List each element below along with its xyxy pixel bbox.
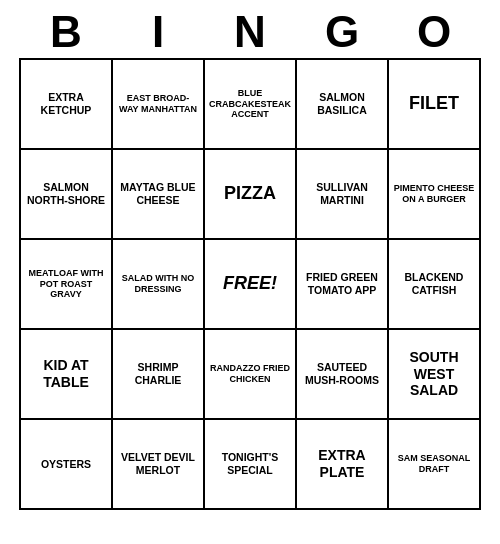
letter-i: I <box>112 10 204 54</box>
cell-3-0: KID AT TABLE <box>21 330 113 420</box>
cell-4-3: EXTRA PLATE <box>297 420 389 510</box>
cell-0-1: EAST BROAD-WAY MANHATTAN <box>113 60 205 150</box>
cell-3-1: SHRIMP CHARLIE <box>113 330 205 420</box>
cell-1-1: MAYTAG BLUE CHEESE <box>113 150 205 240</box>
letter-n: N <box>204 10 296 54</box>
letter-o: O <box>388 10 480 54</box>
cell-2-2: Free! <box>205 240 297 330</box>
cell-2-0: MEATLOAF WITH POT ROAST GRAVY <box>21 240 113 330</box>
cell-4-1: VELVET DEVIL MERLOT <box>113 420 205 510</box>
cell-2-1: SALAD WITH NO DRESSING <box>113 240 205 330</box>
cell-1-4: PIMENTO CHEESE ON A BURGER <box>389 150 481 240</box>
letter-b: B <box>20 10 112 54</box>
cell-3-3: SAUTEED MUSH-ROOMS <box>297 330 389 420</box>
cell-4-4: SAM SEASONAL DRAFT <box>389 420 481 510</box>
letter-g: G <box>296 10 388 54</box>
cell-0-0: EXTRA KETCHUP <box>21 60 113 150</box>
bingo-grid: EXTRA KETCHUPEAST BROAD-WAY MANHATTANBLU… <box>19 58 481 510</box>
cell-1-2: PIZZA <box>205 150 297 240</box>
cell-4-2: TONIGHT'S SPECIAL <box>205 420 297 510</box>
cell-3-2: RANDAZZO FRIED CHICKEN <box>205 330 297 420</box>
cell-2-3: FRIED GREEN TOMATO APP <box>297 240 389 330</box>
cell-0-2: BLUE CRABCAKESTEAK ACCENT <box>205 60 297 150</box>
cell-1-3: SULLIVAN MARTINI <box>297 150 389 240</box>
cell-0-4: FILET <box>389 60 481 150</box>
cell-2-4: BLACKEND CATFISH <box>389 240 481 330</box>
bingo-header: B I N G O <box>20 10 480 54</box>
cell-4-0: OYSTERS <box>21 420 113 510</box>
cell-3-4: SOUTH WEST SALAD <box>389 330 481 420</box>
cell-0-3: SALMON BASILICA <box>297 60 389 150</box>
cell-1-0: SALMON NORTH-SHORE <box>21 150 113 240</box>
